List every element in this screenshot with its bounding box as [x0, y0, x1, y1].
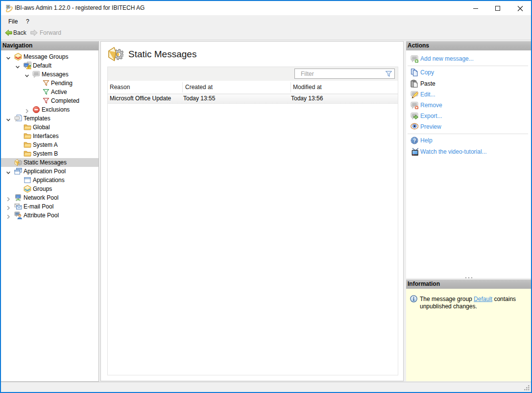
svg-text:?: ? [413, 138, 416, 143]
